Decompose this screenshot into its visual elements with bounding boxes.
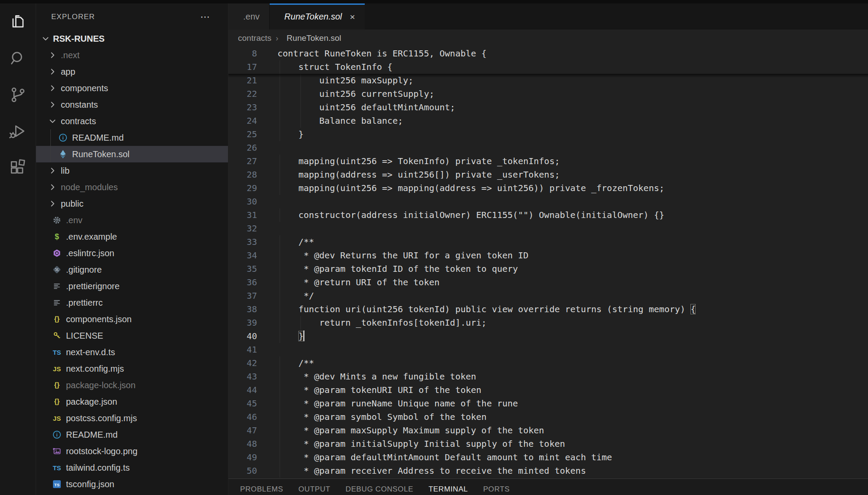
tree-item[interactable]: README.md [36, 129, 228, 146]
tree-item[interactable]: README.md [36, 426, 228, 443]
code-line[interactable]: 50 * @param receiver Address to receive … [228, 464, 868, 478]
tab--env[interactable]: .env [228, 3, 270, 30]
code-line[interactable]: 44 * @param tokenURI URI of the token [228, 383, 868, 397]
tree-item-label: .eslintrc.json [66, 248, 114, 258]
tree-item[interactable]: JS postcss.config.mjs [36, 410, 228, 426]
code-line[interactable]: 32 [228, 222, 868, 235]
code-line[interactable]: 43 * @dev Mints a new fungible token [228, 370, 868, 383]
tree-item[interactable]: LICENSE [36, 327, 228, 344]
code-line[interactable]: 35 * @param tokenId ID of the token to q… [228, 262, 868, 276]
code-line[interactable]: 42 /** [228, 356, 868, 370]
code-line[interactable]: 39 return _tokenInfos[tokenId].uri; [228, 316, 868, 330]
tree-item[interactable]: rootstock-logo.png [36, 443, 228, 459]
code-line[interactable]: 48 * @param initialSupply Initial supply… [228, 437, 868, 451]
tree-item-label: .prettierrc [66, 298, 102, 308]
line-number: 17 [228, 60, 268, 74]
vscode-window: EXPLORER ⋯ RSK-RUNES .next app component… [0, 0, 868, 495]
source-control-icon[interactable] [0, 76, 36, 113]
tree-item[interactable]: contracts [36, 113, 228, 129]
code-line[interactable]: 31 constructor(address initialOwner) ERC… [228, 208, 868, 222]
tree-item-label: README.md [72, 133, 124, 143]
chevron-right-icon [48, 100, 57, 109]
code-line[interactable]: 27 mapping(uint256 => TokenInfo) private… [228, 155, 868, 168]
line-number: 46 [228, 410, 268, 424]
breadcrumb-file[interactable]: RuneToken.sol [287, 33, 341, 43]
code-line[interactable]: 36 * @return URI of the token [228, 276, 868, 289]
line-number: 31 [228, 208, 268, 222]
tab-label: RuneToken.sol [284, 12, 342, 22]
panel-tabs: PROBLEMSOUTPUTDEBUG CONSOLETERMINALPORTS [228, 479, 868, 494]
code-line[interactable]: 8 contract RuneToken is ERC1155, Ownable… [228, 47, 868, 60]
code-line[interactable]: 17 struct TokenInfo { [228, 60, 868, 74]
code-line[interactable]: 37 */ [228, 289, 868, 303]
tree-item[interactable]: constants [36, 96, 228, 113]
close-icon[interactable]: × [350, 12, 355, 21]
tree-item[interactable]: .env [36, 212, 228, 228]
prettier-icon [52, 281, 62, 291]
tree-item[interactable]: .eslintrc.json [36, 245, 228, 261]
code-editor[interactable]: 8 contract RuneToken is ERC1155, Ownable… [228, 47, 868, 479]
tree-item[interactable]: TS next-env.d.ts [36, 344, 228, 360]
tree-item[interactable]: node_modules [36, 179, 228, 195]
extensions-icon[interactable] [0, 149, 36, 186]
tree-root[interactable]: RSK-RUNES [36, 30, 228, 47]
tree-item[interactable]: .prettierrc [36, 294, 228, 311]
tree-item[interactable]: {} package.json [36, 393, 228, 410]
code-line[interactable]: 47 * @param maxSupply Maximum supply of … [228, 424, 868, 437]
panel-tab-output[interactable]: OUTPUT [298, 485, 330, 494]
js-icon: JS [52, 413, 62, 423]
code-line[interactable]: 23 uint256 defaultMintAmount; [228, 101, 868, 114]
tree-item[interactable]: $ .env.example [36, 228, 228, 245]
tree-item[interactable]: TS tsconfig.json [36, 476, 228, 492]
code-line[interactable]: 25 } [228, 128, 868, 141]
tree-item[interactable]: app [36, 63, 228, 80]
panel-tab-terminal[interactable]: TERMINAL [429, 485, 468, 494]
panel-tab-problems[interactable]: PROBLEMS [240, 485, 283, 494]
line-number: 28 [228, 168, 268, 182]
code-line[interactable]: 28 mapping(address => uint256[]) private… [228, 168, 868, 182]
code-line[interactable]: 34 * @dev Returns the URI for a given to… [228, 249, 868, 262]
tab-runetoken-sol[interactable]: RuneToken.sol× [270, 3, 365, 30]
code-line[interactable]: 24 Balance balance; [228, 114, 868, 128]
code-lines: 21 uint256 maxSupply; 22 uint256 current… [228, 74, 868, 478]
tree-item[interactable]: TS tailwind.config.ts [36, 459, 228, 476]
code-line[interactable]: 30 [228, 195, 868, 208]
code-line[interactable]: 40 } [228, 330, 868, 343]
code-line[interactable]: 22 uint256 currentSupply; [228, 87, 868, 101]
tree-item[interactable]: lib [36, 162, 228, 179]
code-line[interactable]: 29 mapping(uint256 => mapping(address =>… [228, 182, 868, 195]
tree-item[interactable]: public [36, 195, 228, 212]
breadcrumb-folder[interactable]: contracts [238, 33, 271, 43]
code-line[interactable]: 38 function uri(uint256 tokenId) public … [228, 303, 868, 316]
search-icon[interactable] [0, 40, 36, 76]
code-line[interactable]: 33 /** [228, 235, 868, 249]
tree-item-label: contracts [61, 116, 96, 126]
indent-guide [50, 129, 51, 146]
bracket-match: } [298, 331, 304, 341]
code-line[interactable]: 45 * @param runeName Unique name of the … [228, 397, 868, 410]
tree-item[interactable]: .gitignore [36, 261, 228, 278]
window-top-strip [0, 0, 868, 3]
run-debug-icon[interactable] [0, 113, 36, 149]
tree-item[interactable]: {} components.json [36, 311, 228, 327]
tree-item-label: lib [61, 166, 69, 176]
code-line[interactable]: 26 [228, 141, 868, 155]
code-line[interactable]: 41 [228, 343, 868, 356]
tree-item[interactable]: RuneToken.sol [36, 146, 228, 162]
code-line[interactable]: 46 * @param symbol Symbol of the token [228, 410, 868, 424]
files-icon[interactable] [0, 3, 36, 40]
tree-item[interactable]: .next [36, 47, 228, 63]
panel-tab-ports[interactable]: PORTS [483, 485, 510, 494]
tab-label: .env [243, 12, 260, 22]
tree-item[interactable]: {} package-lock.json [36, 377, 228, 393]
line-number: 27 [228, 155, 268, 168]
tree-item[interactable]: .prettierignore [36, 278, 228, 294]
more-actions-icon[interactable]: ⋯ [200, 15, 211, 19]
code-line[interactable]: 21 uint256 maxSupply; [228, 74, 868, 87]
chevron-down-icon [41, 34, 50, 43]
code-line[interactable]: 49 * @param defaultMintAmount Default am… [228, 451, 868, 464]
tree-item[interactable]: JS next.config.mjs [36, 360, 228, 377]
tree-item[interactable]: components [36, 80, 228, 96]
panel-tab-debug-console[interactable]: DEBUG CONSOLE [346, 485, 413, 494]
line-number: 50 [228, 464, 268, 478]
